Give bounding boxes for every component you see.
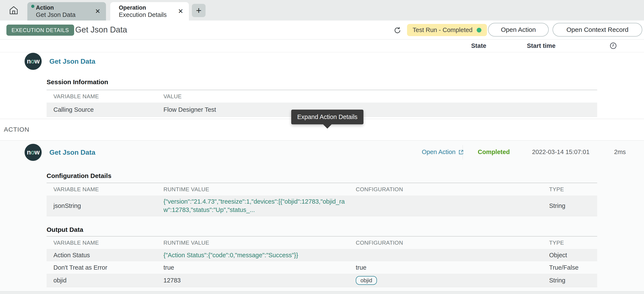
home-icon [8, 5, 19, 16]
tab-bar: Action Get Json Data ✕ Operation Executi… [0, 0, 644, 20]
configuration-pill[interactable]: objid [356, 276, 377, 285]
table-row: jsonString {"version":"21.4.73","treesiz… [46, 196, 597, 216]
table-row: Don't Treat as Error true true True/Fals… [46, 261, 597, 274]
refresh-button[interactable] [392, 25, 402, 36]
divider [462, 145, 463, 160]
output-data-heading: Output Data [46, 226, 83, 233]
plus-icon: + [196, 5, 202, 16]
action-start-time: 2022-03-14 15:07:01 [532, 148, 590, 156]
open-context-record-button[interactable]: Open Context Record [552, 23, 642, 36]
type-cell: Object [549, 252, 597, 259]
configuration-details-table: VARIABLE NAME RUNTIME VALUE CONFIGURATIO… [46, 183, 597, 216]
test-run-status-badge: Test Run - Completed [407, 24, 487, 36]
refresh-icon [393, 26, 402, 34]
close-icon[interactable]: ✕ [178, 8, 183, 14]
action-duration: 2ms [614, 148, 626, 156]
open-action-button[interactable]: Open Action [488, 23, 549, 36]
column-header-start-time: Start time [527, 42, 556, 49]
table-row: Action Status {"Action Status":{"code":0… [46, 249, 597, 261]
table-header-row: VARIABLE NAME RUNTIME VALUE CONFIGURATIO… [46, 183, 597, 196]
home-button[interactable] [4, 0, 24, 20]
tab-labels: Action Get Json Data [36, 4, 92, 18]
column-header-variable-name: VARIABLE NAME [46, 240, 164, 246]
external-link-icon [458, 149, 464, 155]
logo-char: n [27, 58, 31, 65]
session-information-heading: Session Information [46, 78, 108, 86]
column-header-state: State [471, 42, 486, 49]
logo-char: w [34, 58, 39, 65]
close-icon[interactable]: ✕ [95, 8, 100, 14]
variable-name-cell: jsonString [46, 202, 164, 210]
next-section-edge [0, 291, 644, 294]
tooltip-label: Expand Action Details [297, 114, 358, 120]
column-header-variable-name: VARIABLE NAME [46, 93, 164, 100]
column-header-configuration: CONFIGURATION [356, 240, 549, 246]
column-header-runtime-value: RUNTIME VALUE [164, 240, 356, 246]
flow-section: now Get Json Data Session Information VA… [0, 52, 644, 119]
variable-name-cell: objid [46, 277, 164, 284]
type-cell: String [549, 202, 597, 210]
variable-name-cell: Action Status [46, 252, 164, 259]
configuration-cell: true [356, 264, 549, 271]
open-action-link[interactable]: Open Action [422, 148, 464, 156]
open-action-link-label: Open Action [422, 148, 456, 156]
runtime-value-link[interactable]: {"Action Status":{"code":0,"message":"Su… [164, 252, 298, 258]
runtime-value-cell: 12783 [164, 277, 356, 284]
action-meta-row: Open Action Completed 2022-03-14 15:07:0… [0, 144, 644, 161]
page-title: Get Json Data [75, 25, 127, 34]
tab-type-label: Action [36, 4, 92, 11]
variable-name-cell: Don't Treat as Error [46, 264, 164, 271]
column-header-variable-name: VARIABLE NAME [46, 186, 164, 193]
type-cell: True/False [549, 264, 597, 271]
runtime-value-link[interactable]: {"version":"21.4.73","treesize":1,"devic… [164, 198, 345, 213]
action-state: Completed [478, 148, 510, 156]
tab-labels: Operation Execution Details [119, 4, 175, 18]
tab-type-label: Operation [119, 4, 175, 11]
configuration-details-heading: Configuration Details [46, 172, 111, 180]
tab-action-get-json-data[interactable]: Action Get Json Data ✕ [27, 2, 106, 20]
execution-grid-header: State Start time [0, 40, 644, 52]
expand-action-details-tooltip: Expand Action Details [291, 110, 364, 124]
column-header-value: VALUE [164, 93, 591, 100]
open-action-button-label: Open Action [501, 26, 536, 33]
column-header-type: TYPE [549, 240, 597, 246]
action-section: now Get Json Data Open Action Completed … [0, 140, 644, 291]
table-header-row: VARIABLE NAME RUNTIME VALUE CONFIGURATIO… [46, 236, 597, 249]
output-data-table: VARIABLE NAME RUNTIME VALUE CONFIGURATIO… [46, 236, 597, 287]
action-section-label: ACTION [4, 126, 29, 133]
unsaved-indicator-dot [31, 5, 34, 8]
run-status-label: Test Run - Completed [412, 26, 472, 34]
open-context-record-button-label: Open Context Record [566, 26, 628, 33]
now-logo: now [24, 53, 42, 70]
runtime-value-cell: true [164, 264, 356, 271]
type-cell: String [549, 277, 597, 284]
table-row: objid 12783 objid String [46, 274, 597, 287]
tab-title: Execution Details [119, 11, 175, 18]
add-tab-button[interactable]: + [192, 4, 206, 17]
tab-operation-execution-details[interactable]: Operation Execution Details ✕ [110, 2, 189, 20]
column-header-configuration: CONFIGURATION [356, 186, 549, 193]
execution-details-badge: EXECUTION DETAILS [6, 24, 74, 36]
table-header-row: VARIABLE NAME VALUE [46, 90, 597, 102]
variable-name-cell: Calling Source [46, 106, 164, 113]
column-header-runtime-value: RUNTIME VALUE [164, 186, 356, 193]
clock-icon [610, 42, 617, 50]
column-header-type: TYPE [549, 186, 597, 193]
status-dot-icon [477, 28, 482, 32]
page-header: EXECUTION DETAILS Get Json Data Test Run… [0, 20, 644, 40]
flow-title-link[interactable]: Get Json Data [49, 58, 95, 66]
logo-char: o [30, 58, 34, 65]
tab-title: Get Json Data [36, 11, 92, 18]
value-cell: Flow Designer Test [164, 106, 591, 113]
